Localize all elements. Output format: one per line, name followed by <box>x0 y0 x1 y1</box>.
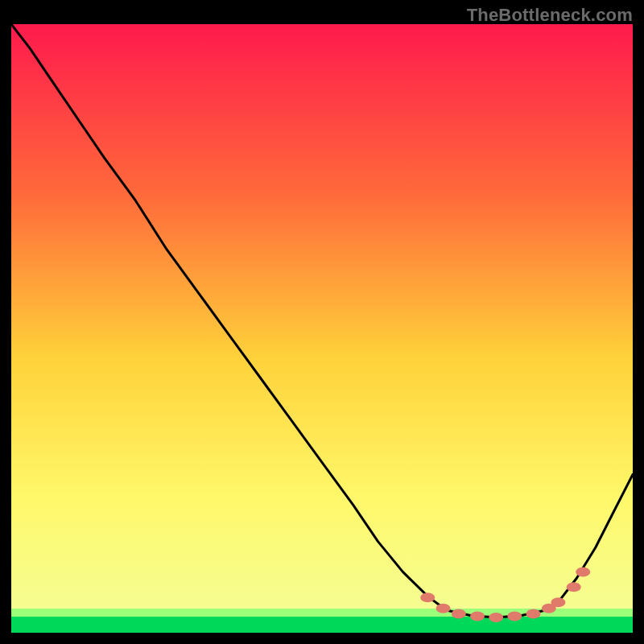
curve-marker <box>567 582 581 592</box>
curve-marker <box>452 609 466 619</box>
gradient-background <box>11 24 633 633</box>
curve-marker <box>576 567 590 576</box>
green-band-dark <box>11 617 633 633</box>
curve-marker <box>526 609 541 619</box>
curve-marker <box>436 604 451 613</box>
curve-marker <box>420 592 435 602</box>
curve-marker <box>551 597 565 607</box>
chart-frame <box>11 24 633 633</box>
curve-marker <box>507 612 522 621</box>
watermark-text: TheBottleneck.com <box>467 5 633 26</box>
bottleneck-plot <box>11 24 633 633</box>
curve-marker <box>470 612 485 621</box>
curve-marker <box>489 613 503 622</box>
